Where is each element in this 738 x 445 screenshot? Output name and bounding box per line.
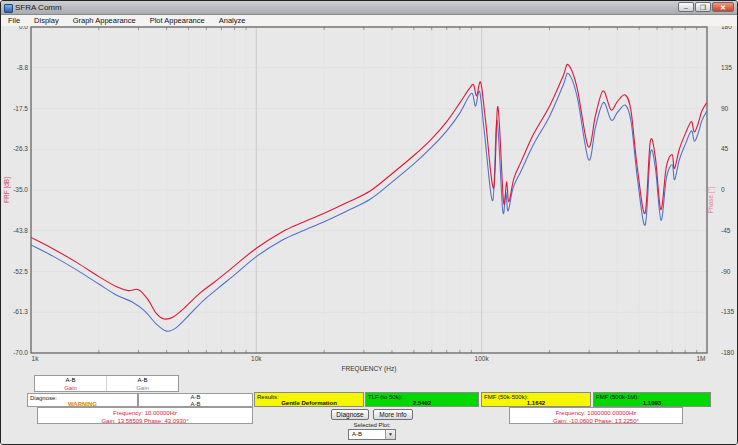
left-axis-tick: -61.3 bbox=[13, 308, 28, 315]
left-axis-tick: -8.8 bbox=[17, 64, 29, 71]
x-axis-tick: 100k bbox=[475, 355, 490, 362]
trace-legend-table: A-B Gain A-B Gain bbox=[34, 375, 179, 392]
results-cell: Results: Gentle Deformation bbox=[254, 392, 364, 407]
left-axis-tick: -43.8 bbox=[13, 227, 28, 234]
gain-curve-red bbox=[31, 64, 707, 319]
readout-frequency: Frequency: 1000000.00000Hz bbox=[510, 409, 682, 417]
right-axis-tick: 180 bbox=[721, 26, 732, 30]
selected-plot-label: Selected Plot: bbox=[331, 422, 413, 428]
selected-plot-dropdown[interactable]: A-B ▼ bbox=[348, 429, 396, 440]
app-icon bbox=[4, 4, 13, 13]
menu-plot-appearance[interactable]: Plot Appearance bbox=[143, 16, 212, 25]
frequency-response-chart[interactable]: 0.0-8.8-17.5-26.3-35.0-43.8-52.5-61.3-70… bbox=[1, 26, 737, 373]
left-axis-tick: -52.5 bbox=[13, 268, 28, 275]
fmf-high-label: FMF (500k-1M): bbox=[594, 393, 710, 400]
readout-frequency: Frequency: 10.00000Hz bbox=[38, 409, 252, 417]
fmf-high-cell: FMF (500k-1M): 1.1093 bbox=[593, 392, 711, 407]
left-axis-tick: -70.0 bbox=[13, 349, 28, 356]
legend-trace-label: Gain bbox=[107, 384, 178, 392]
selected-plot-value: A-B bbox=[352, 431, 362, 437]
window-controls: – ❐ ✕ bbox=[678, 2, 734, 12]
legend-plot-name: A-B bbox=[35, 376, 106, 384]
chevron-down-icon[interactable]: ▼ bbox=[385, 430, 395, 439]
tlf-cell: TLF (to 50k): 2.5402 bbox=[365, 392, 479, 407]
bottom-panel: A-B Gain A-B Gain Diagnose: WARNING A-B … bbox=[1, 373, 737, 444]
menu-file[interactable]: File bbox=[1, 16, 27, 25]
x-axis-tick: 1M bbox=[696, 355, 705, 362]
menu-analyze[interactable]: Analyze bbox=[212, 16, 253, 25]
x-axis-label: FREQUENCY (Hz) bbox=[342, 365, 397, 373]
right-axis-label: Phase [°] bbox=[707, 187, 715, 214]
diagnosis-box: Diagnose: WARNING bbox=[27, 393, 138, 407]
results-label: Results: bbox=[255, 393, 363, 400]
fmf-low-label: FMF (50k-500k): bbox=[482, 393, 590, 400]
menu-display[interactable]: Display bbox=[27, 16, 66, 25]
menu-graph-appearance[interactable]: Graph Appearance bbox=[66, 16, 143, 25]
readout-gain-phase: Gain: -10.0600 Phase: 13.2250° bbox=[510, 417, 682, 425]
diagnosed-plots-box: A-B A-B bbox=[138, 393, 253, 407]
right-axis-tick: 0 bbox=[721, 186, 725, 193]
right-axis-tick: 90 bbox=[721, 105, 729, 112]
legend-col-1: A-B Gain bbox=[35, 376, 106, 391]
tlf-value: 2.5402 bbox=[366, 400, 478, 406]
left-axis-tick: -17.5 bbox=[13, 105, 28, 112]
app-window: SFRA Comm – ❐ ✕ File Display Graph Appea… bbox=[0, 0, 738, 445]
right-axis-tick: 45 bbox=[721, 145, 729, 152]
maximize-button-icon[interactable]: ❐ bbox=[695, 2, 711, 12]
left-axis-tick: -35.0 bbox=[13, 186, 28, 193]
right-axis-tick: -90 bbox=[721, 268, 731, 275]
diagnose-button[interactable]: Diagnose bbox=[331, 409, 369, 420]
minimize-button-icon[interactable]: – bbox=[678, 2, 694, 12]
gain-curve-blue bbox=[31, 73, 707, 331]
legend-plot-name: A-B bbox=[107, 376, 178, 384]
close-button-icon[interactable]: ✕ bbox=[712, 2, 734, 12]
tlf-label: TLF (to 50k): bbox=[366, 393, 478, 400]
fmf-low-cell: FMF (50k-500k): 1.1642 bbox=[481, 392, 591, 407]
gain-vs-frequency-plot[interactable]: 0.0-8.8-17.5-26.3-35.0-43.8-52.5-61.3-70… bbox=[1, 26, 737, 373]
left-axis-tick: -26.3 bbox=[13, 145, 28, 152]
diagnosed-plot: A-B bbox=[139, 394, 252, 401]
x-axis-tick: 10k bbox=[251, 355, 262, 362]
right-axis-tick: -135 bbox=[721, 308, 734, 315]
cursor-readout-right: Frequency: 1000000.00000Hz Gain: -10.060… bbox=[509, 407, 683, 424]
left-axis-tick: 0.0 bbox=[19, 26, 28, 30]
window-title: SFRA Comm bbox=[15, 3, 62, 12]
more-info-button[interactable]: More Info bbox=[373, 409, 413, 420]
fmf-high-value: 1.1093 bbox=[594, 400, 710, 406]
right-axis-tick: -45 bbox=[721, 227, 731, 234]
legend-col-2: A-B Gain bbox=[106, 376, 178, 391]
x-axis-tick: 1k bbox=[32, 355, 40, 362]
legend-trace-label: Gain bbox=[35, 384, 106, 392]
readout-gain-phase: Gain: 13.58509 Phase: 43.0930° bbox=[38, 417, 252, 425]
cursor-readout-left: Frequency: 10.00000Hz Gain: 13.58509 Pha… bbox=[37, 407, 253, 424]
right-axis-tick: -180 bbox=[721, 349, 734, 356]
title-bar[interactable]: SFRA Comm – ❐ ✕ bbox=[1, 1, 737, 15]
left-axis-label: FRF [dB] bbox=[3, 177, 11, 203]
results-value: Gentle Deformation bbox=[255, 400, 363, 406]
fmf-low-value: 1.1642 bbox=[482, 400, 590, 406]
right-axis-tick: 135 bbox=[721, 64, 732, 71]
